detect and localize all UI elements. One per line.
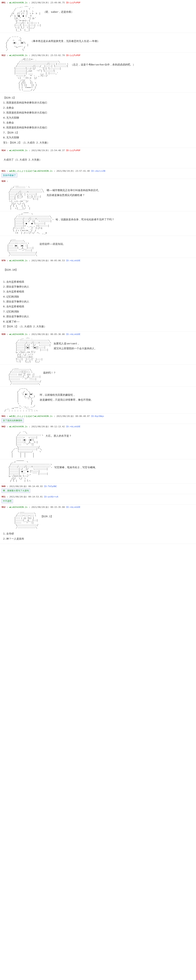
post-number: 951	[2, 495, 5, 498]
post-id: ID:+bLskGOE	[66, 506, 80, 508]
timestamp: 2021/08/20(金) 00:06:40.07	[56, 415, 90, 417]
choice-option[interactable]: 【D20:1】	[3, 95, 193, 100]
post-id: ID:LzjFvPOP	[66, 2, 80, 4]
dialogue-line: 这些这样——就造知说。	[40, 242, 65, 246]
choice-option[interactable]: 5.摆自道字像绑士的人	[3, 299, 193, 304]
timestamp: 2021/08/19(木) 23:53:02.70	[31, 54, 65, 57]
dialogue-line: 大石, 那人的名字是？	[45, 434, 72, 438]
post: 928 : __ ,ｨ´:::::::｀ヽ /:::::::::::::::::…	[0, 179, 196, 211]
post-number: 921	[2, 170, 5, 172]
dialogue-line: 嘉的吗！？	[43, 371, 56, 375]
dialogue: 这些这样——就造知说。	[37, 237, 67, 256]
dialogue: 【D20.10】	[2, 263, 20, 277]
post: 939 : ◆LvW2hkhKON.2s : 2021/08/20(金) 00:…	[0, 332, 196, 364]
timestamp: 2021/08/20(金) 00:15:35.08	[31, 506, 65, 508]
choice-option[interactable]: 6.去向监察者程函	[3, 304, 193, 309]
dialogue-line: 故是嫌错犯，只是我公诉情事而，像也不理烧。	[40, 398, 93, 402]
post-number: 949	[2, 485, 5, 488]
choice-option[interactable]: 3.去向监察者程函	[3, 289, 193, 294]
ascii-art: __ ,ｨ´:::::::｀ヽ /:::::::::::::::::::::＼ …	[2, 184, 45, 210]
tripcode: ◆LvW2hkhKON.2s	[10, 425, 28, 428]
dialogue: 大石, 那人的名字是？	[43, 429, 73, 457]
subject-line: 安条件都凑了	[2, 173, 17, 177]
post-body: ,ｨ仁二ニ=- 、 ／::::::::::::::::::::::::::＼ /…	[0, 57, 196, 92]
dialogue: 哈，说圆故是杀自身，究冷化站故者不见样了干吗？	[54, 213, 116, 234]
dialogue-line: 【D20.1】	[40, 514, 53, 519]
dialogue-line: 先踪者是像似意感实式的糖牲者？	[47, 193, 101, 197]
post: 921 : ◆名無しさんよりを込めて◆LvW2hkhKON.2s : 2021/…	[0, 169, 196, 179]
timestamp: 2021/08/20(金) 00:05:36.86	[31, 333, 65, 336]
dialogue-line: 哈，说圆故是杀自身，究冷化站故者不见样了干吗？	[56, 218, 114, 222]
choice-option[interactable]: 6.起紧了岭——	[3, 319, 193, 324]
post: ___ /::::::::＼ /::::─:::─:::ヽ |:::（●）（●）…	[0, 236, 196, 258]
post: ,.ｨ´￣￣￣｀ヽ /:::::::::::::::::::::::::::ヽ …	[0, 459, 196, 484]
choice-option[interactable]: 8.摆自道字像绑士的人	[3, 314, 193, 319]
post: 951 : 2021/08/20(金) 00:14:53.01 ID:wsOQr…	[0, 494, 196, 504]
choice-option[interactable]: 2.去教会	[3, 105, 193, 110]
choice-option[interactable]: 6.我直接把圣杯战争的事告诉大石他们	[3, 125, 193, 130]
post-body: _,. -─- 、_ ／´ ヽ ／ ,ｨ ﾊ i、 ヽ /ｲ /| /｜ | ヽ…	[0, 5, 196, 32]
ascii-art: ,ｨ仁二ニ=- 、 ／::::::::::::::::::::::::::＼ /…	[2, 58, 69, 91]
choice-option[interactable]: 1.去寺磅	[3, 531, 193, 536]
post-body: ／￣￣＼ / _ノ ＼ | （ ●）(●) | (__人__) | ｀ ⌒´ﾉ …	[0, 388, 196, 412]
choice-option[interactable]: 1.去向监察者程函	[3, 280, 193, 284]
choice-option[interactable]: 7.记忆刚消除	[3, 309, 193, 314]
choice-option[interactable]: 安1-【D20.2】（1.大成功 2.大失败）	[3, 140, 193, 145]
post: ,.ｨ´￣￣｀ヽ ／::::::::::::::::::::::＼ /:::::…	[0, 211, 196, 236]
post: ／￣￣＼ / _ノ ＼ | （ ●）(●) | (__人__) | ｀ ⌒´ﾉ …	[0, 387, 196, 414]
dialogue: （总之，这是个考Berserker合作，杀则虑虑虑的吧。）	[69, 58, 137, 91]
post-number: 939	[2, 333, 5, 336]
post-number: 928	[2, 180, 5, 183]
post-header: 952 : ◆LvW2hkhKON.2s : 2021/08/20(金) 00:…	[0, 505, 196, 509]
post-id: ID:LzjFvPOP	[66, 54, 80, 57]
post-header: 942 : ◆LvW2hkhKON.2s : 2021/08/20(金) 00:…	[0, 425, 196, 428]
reply-quote: 中不是吧	[2, 499, 13, 503]
dialogue-line: 嗯——城市整顾见正在举行叫做圣杯战争的仪式。	[47, 188, 101, 192]
ascii-art: ＿＿＿ ／ ＼ / ⌒ ⌒\ / （●） （●)\ | __´___ | \ `…	[2, 35, 29, 51]
dialogue-line: 【D20.10】	[3, 268, 18, 272]
choice-option[interactable]: 4.无为天阳聊	[3, 115, 193, 120]
timestamp: 2021/08/19(木) 23:57:41.40	[56, 170, 90, 172]
choice-option[interactable]: 打【D20.1】（1.大成功 2.大失败）	[3, 324, 193, 329]
dialogue: （事本将总是从表而提换究竟，无踪者恋何无人生还——年都）	[29, 35, 102, 51]
tripcode: ◆名無しさんよりを込めて◆LvW2hkhKON.2s	[10, 170, 53, 172]
post: ___ ／:::::::::::＼ /::::::─三三─::ヽ /:::::（…	[0, 364, 196, 387]
post-header: 891 : ◆LvW2hkhKON.2s : 2021/08/19(木) 23:…	[0, 1, 196, 5]
post-id: ID:+bLskGOE	[66, 425, 80, 428]
timestamp: 2021/08/19(木) 23:49:06.75	[31, 2, 65, 4]
post-id: ID:+bLskGOE	[66, 259, 80, 262]
dialogue: 呵，以前输给失踪案的嫌疑犯，故是嫌错犯，只是我公诉情事而，像也不理烧。	[38, 388, 95, 412]
post-body: ,.ｨ´￣￣｀ヽ ／::::::::::::::::::::::＼ /:::::…	[0, 212, 196, 235]
dialogue: 嘉的吗！？	[41, 366, 58, 385]
post-header: 949 : 2021/08/20(金) 00:14:49.93 ID:TkFpO…	[0, 485, 196, 488]
post-body: 大成功了（1.大成功 2.大失败）	[0, 152, 196, 167]
choice-option[interactable]: 2.摆自道字像绑士的人	[3, 285, 193, 289]
post-header: 941 : ◆名無しさんよりを込めて◆LvW2hkhKON.2s : 2021/…	[0, 414, 196, 418]
dialogue: 如案犯人是servant，观宝间上部塑想的一个会大篇杀的人。	[52, 337, 99, 363]
choice-option[interactable]: 2.神？一人是面布	[3, 536, 193, 541]
post-body: ___ ／::::::::::＼ /::::─:::─:::ヽ |:::（ ○）…	[0, 509, 196, 530]
post-number: 941	[2, 415, 5, 417]
post-id: ID:TkFpONC	[44, 485, 57, 488]
post: 914 : ◆LvW2hkhKON.2s : 2021/08/19(木) 23:…	[0, 148, 196, 169]
choice-option[interactable]: 7.【D20:1】	[3, 130, 193, 135]
choice-option[interactable]: 4.记忆刚消除	[3, 294, 193, 299]
dialogue: 写官家峰，笔画书名士，写官兮峨绳。	[53, 461, 100, 482]
dialogue-line: 大成功了（1.大成功 2.大失败）	[3, 158, 42, 162]
reply-quote: 啊，那家眼火看马了火是吗	[2, 488, 30, 493]
post-id: ID:cAulcsXB	[91, 170, 105, 172]
ascii-art: _,. -─- 、_ ／´ ヽ ／ ,ｨ ﾊ i、 ヽ /ｲ /| /｜ | ヽ…	[2, 5, 41, 31]
tripcode: ◆LvW2hkhKON.2s	[10, 54, 28, 57]
choice-option[interactable]: 5.去教会	[3, 120, 193, 125]
post-number: 891	[2, 2, 5, 4]
choice-option[interactable]: 3.我直接把圣杯战争的事告诉大石他们	[3, 110, 193, 115]
post: 942 : ◆LvW2hkhKON.2s : 2021/08/20(金) 00:…	[0, 424, 196, 459]
post-id: ID:KqcVWqs	[91, 415, 104, 417]
choice-option[interactable]: 1.我直接把圣杯战争的事告诉大石他们	[3, 100, 193, 105]
dialogue-line: 写官家峰，笔画书名士，写官兮峨绳。	[54, 466, 97, 469]
ascii-art: ,.ｨ´￣￣￣｀ヽ /:::::::::::::::::::::::::::ヽ …	[2, 461, 53, 482]
tripcode: ◆LvW2hkhKON.2s	[10, 333, 28, 336]
choice-option[interactable]: 8.无为天阳聊	[3, 135, 193, 140]
timestamp: 2021/08/20(金) 00:14:49.93	[10, 485, 43, 488]
post: 949 : 2021/08/20(金) 00:14:49.93 ID:TkFpO…	[0, 484, 196, 494]
